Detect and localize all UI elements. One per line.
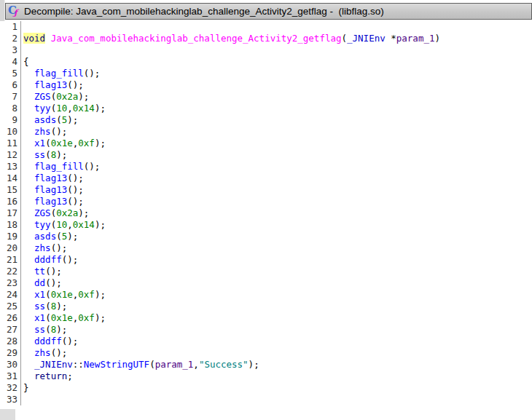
code-line[interactable]: 21 dddff(); (0, 254, 532, 266)
code-line-content[interactable]: tt(); (21, 266, 62, 277)
code-line[interactable]: 28 dddff(); (0, 336, 532, 347)
code-line-content[interactable]: return; (21, 371, 73, 382)
code-line-content[interactable]: tyy(10,0x14); (21, 103, 106, 114)
code-token-plain (23, 219, 34, 230)
code-line[interactable]: 1 (0, 21, 532, 33)
code-line-content[interactable]: ss(8); (21, 324, 67, 336)
code-line[interactable]: 26 x1(0x1e,0xf); (0, 312, 532, 324)
code-token-plain: ); (95, 103, 106, 114)
code-line-content[interactable]: zhs(); (21, 126, 67, 138)
code-token-function-name: ss (34, 324, 45, 335)
code-line-content[interactable]: { (21, 56, 29, 68)
code-line-content[interactable]: void Java_com_mobilehackinglab_challenge… (21, 33, 440, 44)
code-line[interactable]: 22 tt(); (0, 266, 532, 277)
code-line[interactable]: 14 flag13(); (0, 173, 532, 184)
code-line[interactable]: 11 x1(0x1e,0xf); (0, 138, 532, 149)
code-line[interactable]: 27 ss(8); (0, 324, 532, 336)
code-line-content[interactable]: ss(8); (21, 149, 67, 161)
decompile-code-area[interactable]: 12void Java_com_mobilehackinglab_challen… (0, 21, 532, 409)
code-line[interactable]: 10 zhs(); (0, 126, 532, 138)
code-token-plain (23, 301, 34, 312)
code-line[interactable]: 2void Java_com_mobilehackinglab_challeng… (0, 33, 532, 44)
code-line[interactable]: 18 tyy(10,0x14); (0, 219, 532, 231)
code-token-plain: (); (45, 277, 62, 288)
code-token-number-constant: 0xf (78, 289, 95, 300)
code-line[interactable]: 13 flag_fill(); (0, 161, 532, 173)
code-token-plain: (); (51, 242, 68, 253)
code-token-plain: * (386, 33, 396, 44)
code-line[interactable]: 3 (0, 44, 532, 56)
line-number: 30 (0, 359, 21, 371)
code-line-content[interactable]: asds(5); (21, 231, 78, 242)
code-token-plain (23, 266, 34, 277)
code-line[interactable]: 4{ (0, 56, 532, 68)
code-line-content[interactable]: flag_fill(); (21, 161, 100, 173)
line-number: 21 (0, 254, 21, 266)
code-line-content[interactable]: flag_fill(); (21, 68, 100, 79)
code-line-content[interactable]: tyy(10,0x14); (21, 219, 106, 231)
code-line-content[interactable]: _JNIEnv::NewStringUTF(param_1,"Success")… (21, 359, 259, 371)
code-line[interactable]: 24 x1(0x1e,0xf); (0, 289, 532, 301)
decompile-panel-header[interactable]: C ƒ Decompile: Java_com_mobilehackinglab… (5, 3, 532, 20)
code-line-content[interactable]: asds(5); (21, 114, 78, 126)
code-line[interactable]: 12 ss(8); (0, 149, 532, 161)
code-line[interactable]: 9 asds(5); (0, 114, 532, 126)
line-number: 27 (0, 324, 21, 336)
code-line[interactable]: 25 ss(8); (0, 301, 532, 312)
code-line-content[interactable]: ZGS(0x2a); (21, 207, 89, 219)
code-token-parameter: param_1 (396, 33, 435, 44)
code-line-content[interactable]: } (21, 382, 29, 394)
code-token-string-literal: "Success" (199, 359, 249, 370)
code-line[interactable]: 23 dd(); (0, 277, 532, 289)
code-line[interactable]: 6 flag13(); (0, 79, 532, 91)
code-token-function-name: zhs (34, 126, 51, 137)
code-line[interactable]: 7 ZGS(0x2a); (0, 91, 532, 103)
code-token-plain: ); (95, 138, 106, 148)
line-number: 11 (0, 138, 21, 149)
line-number: 17 (0, 207, 21, 219)
code-line[interactable]: 16 flag13(); (0, 196, 532, 207)
code-token-number-constant: 10 (56, 103, 67, 114)
code-line-content[interactable]: zhs(); (21, 242, 67, 254)
code-line-content[interactable]: dd(); (21, 277, 62, 289)
code-token-plain: :: (73, 359, 84, 370)
code-line[interactable]: 17 ZGS(0x2a); (0, 207, 532, 219)
code-line[interactable]: 15 flag13(); (0, 184, 532, 196)
code-token-function-name: flag_fill (34, 161, 84, 172)
code-line[interactable]: 20 zhs(); (0, 242, 532, 254)
line-number: 18 (0, 219, 21, 231)
code-token-plain: ( (45, 301, 51, 312)
code-line-content[interactable] (21, 21, 23, 33)
code-line[interactable]: 29 zhs(); (0, 347, 532, 359)
code-line-content[interactable]: dddff(); (21, 254, 78, 266)
code-line[interactable]: 8 tyy(10,0x14); (0, 103, 532, 114)
code-line[interactable]: 19 asds(5); (0, 231, 532, 242)
line-number: 26 (0, 312, 21, 324)
code-token-plain: (); (67, 196, 84, 207)
code-token-plain: ( (45, 138, 51, 148)
code-line-content[interactable]: flag13(); (21, 79, 84, 91)
code-line-content[interactable]: ss(8); (21, 301, 67, 312)
code-line-content[interactable]: ZGS(0x2a); (21, 91, 89, 103)
code-token-plain: ); (95, 289, 106, 300)
code-line[interactable]: 5 flag_fill(); (0, 68, 532, 79)
code-token-function-name: zhs (34, 242, 51, 253)
code-line[interactable]: 33 (0, 394, 532, 405)
code-token-plain: (); (84, 161, 101, 172)
code-line-content[interactable] (21, 394, 23, 405)
code-line-content[interactable]: x1(0x1e,0xf); (21, 138, 106, 149)
code-line-content[interactable] (21, 44, 23, 56)
code-line[interactable]: 31 return; (0, 371, 532, 382)
code-line-content[interactable]: zhs(); (21, 347, 67, 359)
code-token-plain (23, 196, 34, 207)
code-line[interactable]: 30 _JNIEnv::NewStringUTF(param_1,"Succes… (0, 359, 532, 371)
code-line-content[interactable]: flag13(); (21, 173, 84, 184)
code-line-content[interactable]: flag13(); (21, 196, 84, 207)
code-line[interactable]: 32} (0, 382, 532, 394)
line-number: 23 (0, 277, 21, 289)
code-line-content[interactable]: x1(0x1e,0xf); (21, 289, 106, 301)
code-line-content[interactable]: dddff(); (21, 336, 78, 347)
code-line-content[interactable]: flag13(); (21, 184, 84, 196)
code-line-content[interactable]: x1(0x1e,0xf); (21, 312, 106, 324)
code-token-plain: ( (56, 231, 62, 242)
